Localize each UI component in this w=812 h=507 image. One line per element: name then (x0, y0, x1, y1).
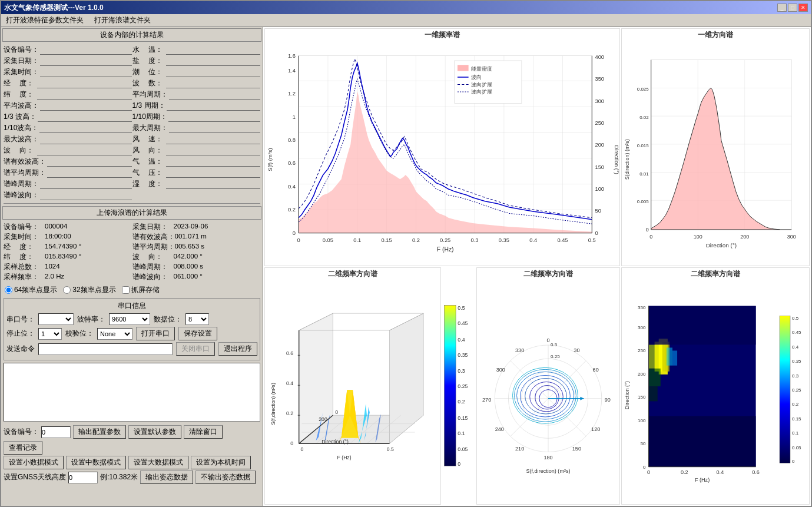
radio-32-input[interactable] (63, 286, 71, 294)
svg-text:300: 300 (496, 367, 505, 373)
svg-text:150: 150 (572, 446, 581, 452)
clear-window-button[interactable]: 清除窗口 (184, 425, 223, 439)
rfield-label-0: 水 温： (132, 45, 165, 55)
stopbits-label: 停止位： (6, 329, 35, 339)
set-default-button[interactable]: 设置默认参数 (128, 425, 181, 439)
large-data-button[interactable]: 设置大数据模式 (128, 456, 188, 469)
no-attitude-button[interactable]: 不输出姿态数据 (195, 470, 256, 484)
set-local-time-button[interactable]: 设置为本机时间 (191, 456, 251, 469)
svg-marker-94 (342, 389, 359, 438)
svg-text:50: 50 (640, 441, 645, 446)
exit-button[interactable]: 退出程序 (218, 342, 257, 356)
ul-3: 纬 度： (4, 253, 45, 261)
svg-text:S(direction) (m²s): S(direction) (m²s) (624, 139, 630, 180)
svg-text:0.5: 0.5 (792, 316, 799, 321)
checkbits-select[interactable]: None Odd Even (97, 328, 132, 340)
dir-spectrum-svg: 0 100 200 300 Direction (°) 0 0.005 0.01… (622, 41, 809, 266)
internal-fields-right: 水 温： 盐 度： 潮 位： 波 数： 平均周期： 1/3 周期： 1/10周期… (132, 44, 261, 201)
rfield-label-4: 平均周期： (132, 90, 168, 100)
svg-text:1.2: 1.2 (288, 91, 296, 97)
svg-text:100: 100 (638, 417, 646, 423)
output-attitude-button[interactable]: 输出姿态数据 (140, 470, 193, 484)
databits-select[interactable]: 8 7 (185, 313, 209, 325)
field-value-7 (39, 123, 131, 133)
close-serial-button[interactable]: 关闭串口 (176, 342, 215, 356)
maximize-button[interactable]: □ (788, 4, 797, 12)
minimize-button[interactable]: _ (777, 4, 787, 12)
radio-32[interactable]: 32频率点显示 (63, 285, 115, 295)
field-label-6: 1/3 波高： (4, 112, 37, 122)
serial-row-2: 停止位： 1 2 校验位： None Odd Even 打开串口 保存设置 (6, 327, 257, 340)
svg-text:0.5: 0.5 (387, 446, 394, 452)
view-records-button[interactable]: 查看记录 (4, 441, 42, 455)
svg-rect-167 (667, 347, 672, 365)
svg-text:1: 1 (293, 114, 296, 120)
svg-text:270: 270 (482, 396, 491, 402)
ur-2: 谱平均周期： (132, 243, 175, 251)
open-serial-button[interactable]: 打开串口 (136, 327, 175, 340)
svg-text:180: 180 (543, 454, 552, 460)
svg-text:0.15: 0.15 (792, 416, 801, 422)
svg-rect-169 (649, 368, 661, 386)
field-value-3 (37, 78, 132, 88)
svg-text:0.2: 0.2 (681, 469, 688, 475)
field-label-2: 采集时间： (4, 67, 39, 77)
svg-text:0.01: 0.01 (639, 171, 649, 177)
upload-section-header: 上传海浪谱的计算结果 (2, 206, 261, 220)
field-label-10: 谱有效波高： (4, 157, 46, 167)
field-label-0: 设备编号： (4, 45, 39, 55)
svg-text:0.45: 0.45 (557, 237, 568, 243)
svg-text:0.2: 0.2 (412, 237, 420, 243)
menu-open-params[interactable]: 打开波浪特征参数文件夹 (4, 15, 86, 26)
checkbox-capture[interactable]: 抓屏存储 (122, 285, 160, 295)
port-select[interactable] (38, 313, 74, 325)
field-label-12: 谱峰周期： (4, 179, 39, 189)
svg-text:30: 30 (574, 347, 579, 353)
svg-text:0.35: 0.35 (499, 237, 509, 243)
ur-4: 谱峰周期： (132, 263, 174, 271)
svg-rect-172 (649, 416, 756, 466)
field-label-11: 谱平均周期： (4, 168, 46, 178)
svg-text:0.5: 0.5 (458, 305, 465, 311)
svg-text:0.8: 0.8 (288, 137, 296, 143)
gnss-label: 设置GNSS天线高度 (4, 472, 66, 482)
svg-text:S(f,direction) (m²s): S(f,direction) (m²s) (526, 468, 570, 473)
svg-text:0: 0 (458, 461, 460, 467)
baud-select[interactable]: 9600 115200 4800 (109, 313, 150, 325)
rfield-label-9: 风 向： (132, 145, 165, 155)
svg-text:0.6: 0.6 (288, 160, 296, 166)
send-command-input[interactable] (38, 343, 173, 355)
svg-text:0.4: 0.4 (458, 336, 465, 342)
svg-text:300: 300 (787, 234, 796, 240)
svg-text:0.45: 0.45 (792, 330, 801, 335)
menu-open-waves[interactable]: 打开海浪谱文件夹 (92, 15, 153, 26)
urv-4: 008.000 s (174, 263, 261, 271)
svg-text:0: 0 (293, 230, 296, 236)
rfield-value-9 (166, 145, 261, 155)
small-data-button[interactable]: 设置小数据模式 (4, 456, 64, 469)
rfield-value-1 (166, 56, 261, 66)
svg-text:0.1: 0.1 (458, 430, 465, 436)
medium-data-button[interactable]: 设置中数据模式 (66, 456, 126, 469)
device-id-input[interactable] (41, 426, 71, 438)
radio-64[interactable]: 64频率点显示 (5, 285, 57, 295)
checkbox-capture-input[interactable] (122, 286, 130, 294)
radio-64-input[interactable] (5, 286, 12, 294)
stopbits-select[interactable]: 1 2 (38, 328, 62, 340)
gnss-input[interactable] (68, 472, 98, 483)
svg-text:波向扩展: 波向扩展 (471, 89, 492, 95)
svg-text:0.6: 0.6 (752, 469, 760, 475)
field-label-1: 采集日期： (4, 56, 39, 66)
field-value-6 (38, 112, 131, 122)
urv-1: 001.071 m (175, 233, 261, 241)
rfield-label-3: 波 数： (132, 78, 165, 88)
svg-text:0.4: 0.4 (288, 184, 296, 190)
output-config-button[interactable]: 输出配置参数 (73, 425, 126, 439)
urv-5: 061.000 ° (174, 273, 261, 281)
field-label-5: 平均波高： (4, 101, 39, 111)
close-button[interactable]: ✕ (798, 4, 808, 12)
rfield-value-0 (166, 45, 261, 55)
polar-title: 二维频率方向谱 (477, 268, 619, 280)
save-settings-button[interactable]: 保存设置 (178, 327, 217, 340)
svg-text:350: 350 (595, 76, 604, 82)
